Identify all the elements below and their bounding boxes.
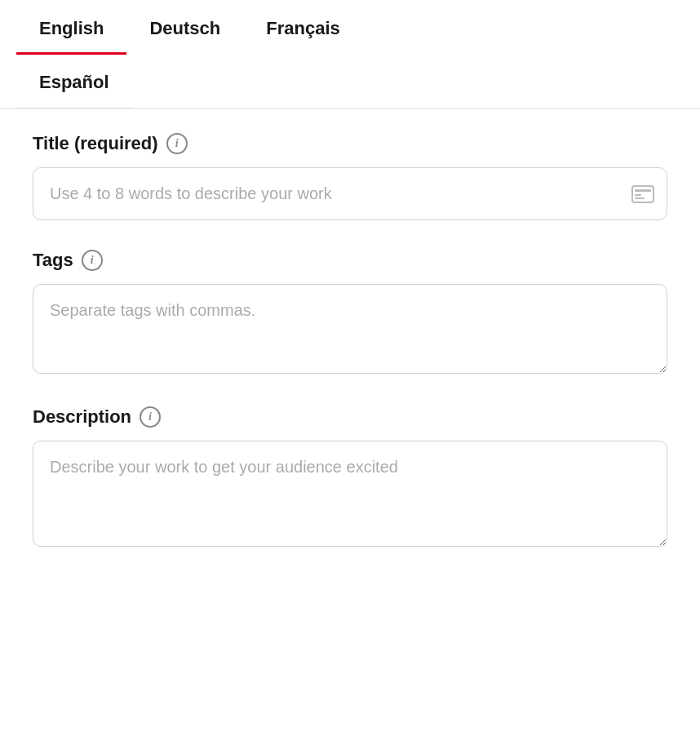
title-label-text: Title (required)	[33, 133, 158, 154]
description-field-group: Description i	[33, 406, 667, 550]
title-label: Title (required) i	[33, 133, 667, 154]
tab-deutsch[interactable]: Deutsch	[126, 0, 243, 54]
description-label: Description i	[33, 406, 667, 428]
svg-rect-0	[632, 186, 653, 202]
title-input[interactable]	[33, 167, 667, 220]
tags-info-icon[interactable]: i	[82, 250, 103, 271]
description-info-icon[interactable]: i	[140, 406, 161, 428]
description-input[interactable]	[33, 441, 667, 547]
tabs-container: English Deutsch Français Español	[0, 0, 700, 109]
title-input-wrapper	[33, 167, 667, 220]
tab-espanol[interactable]: Español	[16, 54, 132, 109]
tags-label-text: Tags	[33, 250, 73, 271]
tags-label: Tags i	[33, 250, 667, 271]
svg-rect-2	[635, 194, 641, 196]
tags-field-group: Tags i	[33, 250, 667, 377]
tags-input[interactable]	[33, 284, 667, 374]
svg-rect-1	[635, 189, 651, 192]
card-icon	[631, 185, 654, 203]
form-container: Title (required) i Tags i Description	[0, 109, 700, 604]
title-field-group: Title (required) i	[33, 133, 667, 220]
svg-rect-3	[635, 197, 645, 199]
tab-francais[interactable]: Français	[243, 0, 363, 54]
description-label-text: Description	[33, 406, 131, 428]
tab-english[interactable]: English	[16, 0, 126, 54]
title-info-icon[interactable]: i	[166, 133, 188, 154]
